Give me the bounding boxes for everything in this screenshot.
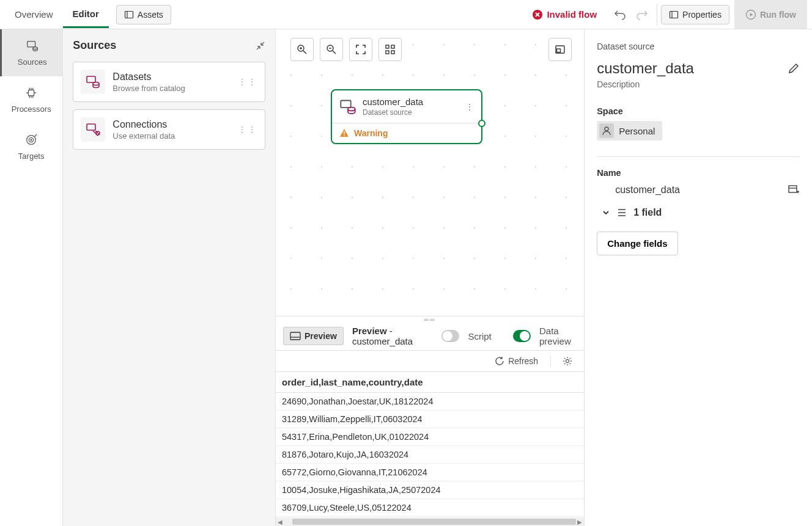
- props-description: Description: [597, 79, 800, 89]
- invalid-flow-badge: Invalid flow: [532, 9, 597, 20]
- sources-panel-title: Sources: [73, 39, 116, 52]
- svg-rect-33: [391, 45, 394, 48]
- node-output-port[interactable]: [478, 120, 485, 127]
- refresh-button[interactable]: Refresh: [495, 356, 538, 366]
- data-preview-toggle[interactable]: [513, 330, 531, 342]
- svg-point-19: [31, 139, 32, 141]
- rail-sources[interactable]: Sources: [0, 29, 62, 76]
- props-title: customer_data: [597, 60, 694, 77]
- processors-icon: [24, 86, 38, 100]
- person-icon: [599, 123, 614, 138]
- preview-row: 65772,Giorno,Giovanna,IT,21062024: [276, 464, 584, 481]
- preview-bar: Preview Preview - customer_data Script D…: [276, 322, 584, 350]
- preview-title: Preview - customer_data: [352, 326, 424, 346]
- properties-button[interactable]: Properties: [661, 5, 729, 24]
- svg-rect-42: [290, 332, 300, 340]
- preview-table: order_id,last_name,country,date 24690,Jo…: [276, 372, 584, 517]
- sources-icon: [26, 39, 39, 53]
- rail-targets[interactable]: Targets: [0, 123, 62, 170]
- play-circle-icon: [745, 9, 756, 20]
- tab-overview[interactable]: Overview: [5, 2, 63, 27]
- top-tab-bar: Overview Editor Assets Invalid flow Prop…: [0, 0, 812, 29]
- data-preview-toggle-label: Data preview: [539, 326, 577, 346]
- add-table-button[interactable]: [788, 184, 800, 196]
- node-warning: Warning: [332, 123, 481, 143]
- panel-icon: [290, 332, 301, 340]
- name-label: Name: [597, 168, 800, 178]
- change-fields-button[interactable]: Change fields: [597, 232, 677, 255]
- chevron-down-icon: [602, 208, 610, 217]
- list-icon: [616, 207, 627, 218]
- targets-icon: [24, 133, 38, 147]
- table-plus-icon: [788, 184, 800, 196]
- script-toggle-label: Script: [468, 331, 491, 342]
- node-subtitle: Dataset source: [363, 108, 459, 117]
- preview-resize-handle[interactable]: ══: [276, 316, 584, 322]
- drag-handle-icon[interactable]: ⋮⋮: [238, 125, 257, 134]
- assets-button[interactable]: Assets: [116, 5, 171, 24]
- svg-point-44: [566, 360, 569, 363]
- source-card-sub: Use external data: [113, 131, 231, 141]
- preview-chip[interactable]: Preview: [283, 327, 344, 345]
- preview-row: 36709,Lucy,Steele,US,05122024: [276, 499, 584, 517]
- svg-rect-38: [341, 100, 350, 108]
- svg-rect-21: [87, 76, 95, 82]
- space-chip: Personal: [597, 121, 662, 141]
- svg-rect-23: [87, 124, 95, 130]
- horizontal-scrollbar[interactable]: ◀▶: [276, 517, 584, 526]
- preview-settings-button[interactable]: [550, 356, 573, 367]
- svg-rect-32: [386, 45, 389, 48]
- flow-canvas[interactable]: customer_data Dataset source ⋮ Warning: [276, 29, 584, 316]
- svg-rect-34: [386, 51, 389, 54]
- minimap-icon: [555, 44, 566, 55]
- node-menu-button[interactable]: ⋮: [465, 102, 474, 112]
- collapse-panel-button[interactable]: [256, 41, 265, 51]
- svg-line-30: [333, 51, 336, 54]
- warning-icon: [339, 128, 349, 138]
- svg-rect-37: [557, 49, 561, 53]
- zoom-out-button[interactable]: [320, 38, 343, 61]
- field-expand-row[interactable]: 1 field: [597, 207, 800, 218]
- svg-rect-8: [29, 90, 34, 95]
- drag-handle-icon[interactable]: ⋮⋮: [238, 77, 257, 87]
- edit-title-button[interactable]: [788, 62, 800, 75]
- svg-point-22: [93, 82, 99, 86]
- fullscreen-icon: [355, 44, 366, 55]
- preview-row: 31289,William,Zeppelli,IT,06032024: [276, 411, 584, 428]
- rail-processors[interactable]: Processors: [0, 76, 62, 123]
- svg-rect-0: [125, 11, 133, 18]
- svg-rect-40: [344, 131, 345, 134]
- datasets-icon: [81, 70, 105, 94]
- svg-line-20: [35, 134, 37, 137]
- source-card-connections[interactable]: Connections Use external data ⋮⋮: [73, 109, 265, 150]
- pencil-icon: [788, 62, 800, 75]
- dataset-icon: [339, 98, 356, 115]
- script-toggle[interactable]: [441, 330, 459, 342]
- minimap-button[interactable]: [548, 38, 572, 61]
- source-card-sub: Browse from catalog: [113, 84, 231, 93]
- canvas-and-preview: customer_data Dataset source ⋮ Warning ═…: [276, 29, 584, 526]
- gear-icon: [562, 356, 573, 367]
- connections-icon: [81, 117, 105, 142]
- name-value: customer_data: [615, 184, 680, 195]
- tab-editor[interactable]: Editor: [63, 1, 109, 28]
- zoom-out-icon: [326, 44, 337, 55]
- source-card-title: Datasets: [113, 71, 231, 82]
- source-card-title: Connections: [113, 119, 231, 130]
- redo-button[interactable]: [631, 4, 653, 26]
- sources-panel: Sources Datasets Browse from catalog ⋮⋮ …: [63, 29, 276, 526]
- canvas-toolbar: [290, 38, 402, 61]
- undo-button[interactable]: [609, 4, 631, 26]
- svg-rect-41: [344, 135, 345, 136]
- error-circle-icon: [532, 9, 543, 20]
- properties-panel: Dataset source customer_data Description…: [584, 29, 812, 526]
- svg-rect-46: [789, 186, 797, 192]
- undo-icon: [614, 9, 626, 21]
- svg-line-26: [303, 51, 306, 54]
- source-card-datasets[interactable]: Datasets Browse from catalog ⋮⋮: [73, 62, 265, 102]
- grid-button[interactable]: [378, 38, 402, 61]
- canvas-node-customer-data[interactable]: customer_data Dataset source ⋮ Warning: [331, 89, 482, 144]
- zoom-in-button[interactable]: [290, 38, 314, 61]
- preview-row: 24690,Jonathan,Joestar,UK,18122024: [276, 393, 584, 411]
- fit-screen-button[interactable]: [349, 38, 372, 61]
